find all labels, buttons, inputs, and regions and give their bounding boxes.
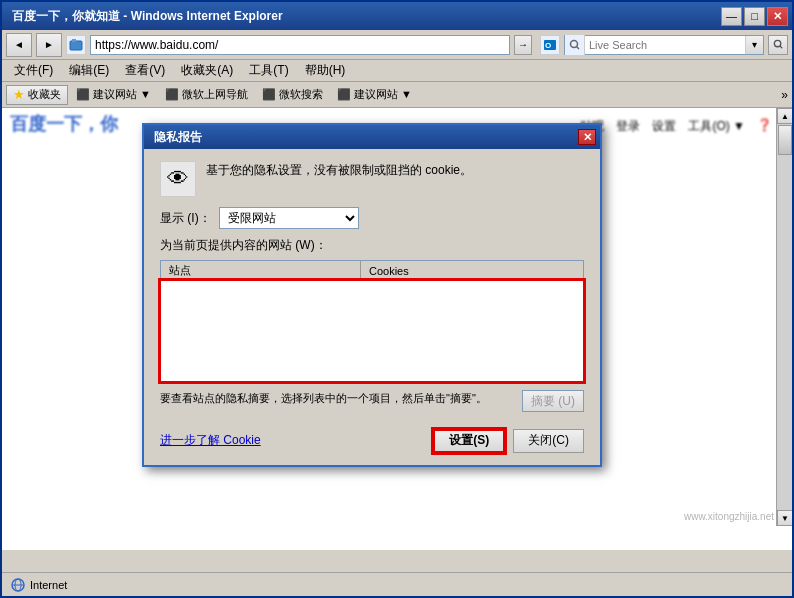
title-bar: 百度一下，你就知道 - Windows Internet Explorer — … — [2, 2, 792, 30]
privacy-report-dialog: 隐私报告 ✕ 👁 基于您的隐私设置，没有被限制或阻挡的 cookie。 显示 (… — [142, 123, 602, 467]
back-button[interactable]: ◄ — [6, 33, 32, 57]
menu-bar: 文件(F) 编辑(E) 查看(V) 收藏夹(A) 工具(T) 帮助(H) — [2, 60, 792, 82]
display-row: 显示 (I)： 受限网站 — [160, 207, 584, 229]
menu-view[interactable]: 查看(V) — [117, 60, 173, 81]
sites-table-container: 站点 Cookies — [160, 260, 584, 382]
fav-item-3[interactable]: ⬛ 建议网站 ▼ — [331, 85, 418, 104]
privacy-icon: 👁 — [160, 161, 196, 197]
dialog-overlay: 隐私报告 ✕ 👁 基于您的隐私设置，没有被限制或阻挡的 cookie。 显示 (… — [2, 108, 792, 550]
dialog-footer: 进一步了解 Cookie 设置(S) 关闭(C) — [160, 423, 584, 453]
status-text: Internet — [30, 579, 67, 591]
search-icon — [565, 35, 585, 55]
menu-edit[interactable]: 编辑(E) — [61, 60, 117, 81]
menu-tools[interactable]: 工具(T) — [241, 60, 296, 81]
window-close-button[interactable]: ✕ — [767, 7, 788, 26]
ie-window: 百度一下，你就知道 - Windows Internet Explorer — … — [0, 0, 794, 598]
table-header-cookies: Cookies — [361, 261, 583, 280]
fav-icon-0: ⬛ — [76, 88, 90, 101]
favorites-button[interactable]: ★ 收藏夹 — [6, 85, 68, 105]
learn-more-link[interactable]: 进一步了解 Cookie — [160, 432, 261, 449]
fav-item-1[interactable]: ⬛ 微软上网导航 — [159, 85, 254, 104]
search-go-button[interactable]: ▾ — [745, 36, 763, 54]
hint-text: 要查看站点的隐私摘要，选择列表中的一个项目，然后单击"摘要"。 — [160, 390, 522, 407]
table-header-site: 站点 — [161, 261, 361, 280]
address-input[interactable] — [90, 35, 510, 55]
svg-text:O: O — [545, 41, 551, 50]
search-input[interactable] — [585, 39, 745, 51]
dialog-content: 👁 基于您的隐私设置，没有被限制或阻挡的 cookie。 显示 (I)： 受限网… — [144, 149, 600, 465]
svg-rect-1 — [72, 39, 76, 42]
watermark: www.xitongzhijia.net — [684, 511, 774, 522]
svg-rect-0 — [70, 41, 82, 50]
fav-icon-2: ⬛ — [262, 88, 276, 101]
dialog-header-row: 👁 基于您的隐私设置，没有被限制或阻挡的 cookie。 — [160, 161, 584, 197]
display-select[interactable]: 受限网站 — [219, 207, 359, 229]
outlook-icon: O — [540, 35, 560, 55]
internet-icon — [10, 577, 26, 593]
fav-label-2: 微软搜索 — [279, 87, 323, 102]
status-zone: Internet — [10, 577, 67, 593]
content-area: 贴吧 登录 设置 工具(O) ▼ ❓ 百度一下，你 ▲ ▼ — [2, 108, 792, 550]
settings-button[interactable]: 设置(S) — [433, 429, 505, 453]
menu-favorites[interactable]: 收藏夹(A) — [173, 60, 241, 81]
display-label: 显示 (I)： — [160, 210, 211, 227]
svg-point-4 — [570, 40, 577, 47]
title-bar-buttons: — □ ✕ — [721, 7, 788, 26]
favorites-bar: ★ 收藏夹 ⬛ 建议网站 ▼ ⬛ 微软上网导航 ⬛ 微软搜索 ⬛ 建议网站 ▼ … — [2, 82, 792, 108]
close-dialog-button[interactable]: 关闭(C) — [513, 429, 584, 453]
svg-line-5 — [576, 46, 579, 49]
dialog-footer-left: 进一步了解 Cookie — [160, 432, 425, 449]
fav-label-0: 建议网站 ▼ — [93, 87, 151, 102]
fav-label-3: 建议网站 ▼ — [354, 87, 412, 102]
dialog-title-bar: 隐私报告 ✕ — [144, 125, 600, 149]
dialog-close-button[interactable]: ✕ — [578, 129, 596, 145]
summary-button[interactable]: 摘要 (U) — [522, 390, 584, 412]
favorites-label: 收藏夹 — [28, 87, 61, 102]
address-go-button[interactable]: → — [514, 35, 532, 55]
table-header: 站点 Cookies — [161, 261, 583, 281]
fav-label-1: 微软上网导航 — [182, 87, 248, 102]
status-bar: Internet — [2, 572, 792, 596]
fav-item-2[interactable]: ⬛ 微软搜索 — [256, 85, 329, 104]
svg-line-7 — [779, 46, 781, 48]
table-body[interactable] — [161, 281, 583, 381]
menu-file[interactable]: 文件(F) — [6, 60, 61, 81]
fav-item-0[interactable]: ⬛ 建议网站 ▼ — [70, 85, 157, 104]
svg-point-6 — [774, 40, 780, 46]
fav-icon-3: ⬛ — [337, 88, 351, 101]
menu-help[interactable]: 帮助(H) — [297, 60, 354, 81]
search-box: ▾ — [564, 35, 764, 55]
search-magnifier-button[interactable] — [768, 35, 788, 55]
address-icon — [66, 35, 86, 55]
content-label: 为当前页提供内容的网站 (W)： — [160, 237, 584, 254]
fav-icon-1: ⬛ — [165, 88, 179, 101]
hint-row: 要查看站点的隐私摘要，选择列表中的一个项目，然后单击"摘要"。 摘要 (U) — [160, 390, 584, 415]
maximize-button[interactable]: □ — [744, 7, 765, 26]
star-icon: ★ — [13, 87, 25, 102]
window-title: 百度一下，你就知道 - Windows Internet Explorer — [6, 8, 283, 25]
forward-button[interactable]: ► — [36, 33, 62, 57]
minimize-button[interactable]: — — [721, 7, 742, 26]
address-bar: ◄ ► → O ▾ — [2, 30, 792, 60]
dialog-title: 隐私报告 — [148, 129, 202, 146]
favorites-bar-expand[interactable]: » — [781, 88, 788, 102]
dialog-header-text: 基于您的隐私设置，没有被限制或阻挡的 cookie。 — [206, 161, 472, 180]
